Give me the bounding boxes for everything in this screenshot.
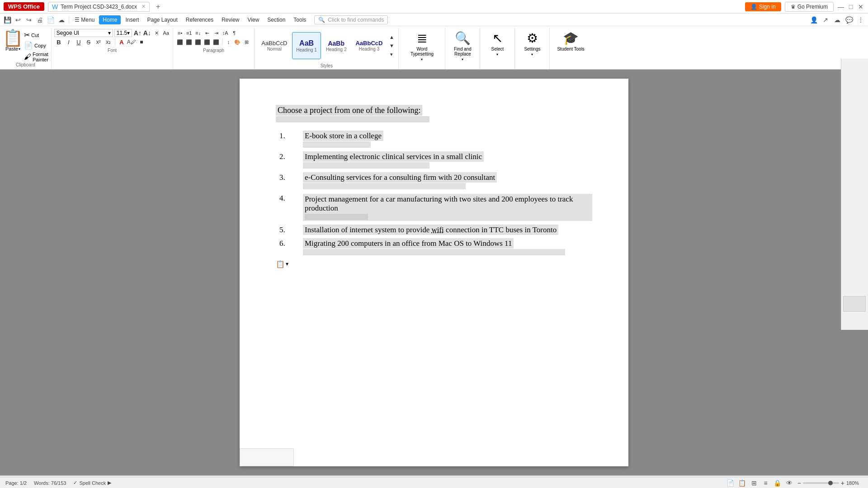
border-paragr-button[interactable]: ⊞ [242, 38, 250, 46]
clear-format-button[interactable]: ✕ [152, 29, 160, 37]
document-tab[interactable]: W Term Project CSD-3423_6.docx ✕ [48, 2, 150, 12]
print-button[interactable]: 🖨 [35, 15, 44, 24]
superscript-button[interactable]: x² [94, 38, 103, 46]
word-typesetting-button[interactable]: ≣ Word Typesetting ▾ [402, 29, 441, 63]
zoom-slider[interactable] [803, 482, 839, 484]
underline-button[interactable]: U [74, 38, 83, 46]
find-replace-button[interactable]: 🔍 Find andReplace ▾ [449, 29, 476, 63]
layout-btn-5[interactable]: 🔒 [773, 479, 782, 488]
styles-scroll-up[interactable]: ▲ [387, 33, 396, 41]
decrease-indent-button[interactable]: ⇤ [203, 29, 211, 37]
pdf-button[interactable]: 📄 [46, 15, 55, 24]
italic-button[interactable]: I [64, 38, 73, 46]
align-left-button[interactable]: ⬛ [176, 38, 184, 46]
close-button[interactable]: ✕ [857, 3, 864, 10]
minimize-button[interactable]: — [837, 3, 844, 10]
format-painter-button[interactable]: 🖌 FormatPainter [24, 52, 48, 62]
right-scroll-area [841, 70, 868, 330]
cut-button[interactable]: ✂ Cut [24, 31, 48, 39]
sort-button[interactable]: ↕A [221, 29, 229, 37]
copy-button[interactable]: 📄 Copy [24, 41, 48, 50]
tab-view[interactable]: View [244, 15, 263, 24]
spell-check-status[interactable]: ✓ Spell Check ▶ [73, 480, 111, 486]
change-case-button[interactable]: Aa [162, 29, 170, 37]
comment-button[interactable]: 💬 [844, 15, 854, 24]
go-premium-button[interactable]: ♛ Go Premium [785, 2, 834, 12]
document-content[interactable]: Choose a project from one of the followi… [276, 106, 592, 268]
select-label: Select [491, 47, 504, 52]
tab-references[interactable]: References [182, 15, 217, 24]
border-button[interactable]: ■ [137, 38, 146, 46]
style-heading1[interactable]: AaB Heading 1 [292, 32, 321, 59]
show-hide-button[interactable]: ¶ [230, 29, 238, 37]
font-size-selector[interactable]: 11.5 ▾ [114, 29, 132, 37]
list-item[interactable]: 3. e-Consulting services for a consultin… [276, 173, 592, 189]
styles-scroll-down[interactable]: ▼ [387, 42, 396, 50]
tab-tools[interactable]: Tools [290, 15, 310, 24]
multilevel-list-button[interactable]: ≡↓ [194, 29, 202, 37]
zoom-thumb[interactable] [828, 481, 833, 485]
decrease-font-button[interactable]: A↓ [143, 29, 151, 37]
styles-more[interactable]: ▾ [387, 50, 396, 58]
undo-button[interactable]: ↩ [14, 15, 23, 24]
numbered-list-button[interactable]: ≡1 [185, 29, 193, 37]
menu-button[interactable]: ☰ Menu [71, 15, 98, 24]
strikethrough-button[interactable]: S [84, 38, 93, 46]
style-heading3[interactable]: AaBbCcD Heading 3 [351, 32, 387, 59]
align-right-button[interactable]: ⬛ [194, 38, 202, 46]
line-spacing-button[interactable]: ↕ [224, 38, 232, 46]
settings-button[interactable]: ⚙ Settings ▾ [519, 29, 546, 58]
zoom-out-button[interactable]: − [797, 479, 801, 487]
redo-button[interactable]: ↪ [24, 15, 33, 24]
focus-mode[interactable]: 👁 [785, 479, 794, 488]
list-num-6: 6. [276, 239, 303, 248]
increase-font-button[interactable]: A↑ [133, 29, 142, 37]
style-normal[interactable]: AaBbCcD Normal [257, 32, 291, 59]
add-tab-button[interactable]: + [153, 3, 163, 11]
layout-btn-1[interactable]: 📄 [726, 479, 735, 488]
tab-home[interactable]: Home [99, 15, 121, 24]
settings-label: Settings [524, 47, 540, 52]
cloud-button[interactable]: ☁ [57, 15, 66, 24]
select-button[interactable]: ↖ Select ▾ [484, 29, 511, 58]
profile-icon[interactable]: 👤 [809, 15, 818, 24]
list-item[interactable]: 5. Installation of internet system to pr… [276, 225, 592, 235]
distribute-button[interactable]: ⬛ [212, 38, 220, 46]
student-tools-button[interactable]: 🎓 Student Tools [553, 29, 588, 53]
tab-section[interactable]: Section [264, 15, 289, 24]
font-color-button[interactable]: A [117, 38, 126, 46]
subscript-button[interactable]: x₂ [104, 38, 113, 46]
highlight-button[interactable]: A🖊 [127, 38, 136, 46]
document-title[interactable]: Choose a project from one of the followi… [276, 105, 422, 116]
font-name-selector[interactable]: Segoe UI ▾ [54, 29, 113, 37]
bullet-list-button[interactable]: ≡• [176, 29, 184, 37]
list-item[interactable]: 2. Implementing electronic clinical serv… [276, 152, 592, 169]
list-item[interactable]: 4. Project management for a car manufact… [276, 194, 592, 221]
style-heading2[interactable]: AaBb Heading 2 [322, 32, 351, 59]
list-item[interactable]: 6. Migrating 200 computers in an office … [276, 239, 592, 255]
list-item[interactable]: 1. E-book store in a college [276, 131, 592, 148]
save-button[interactable]: 💾 [3, 15, 12, 24]
command-search[interactable]: 🔍 Click to find commands [314, 15, 388, 24]
tab-insert[interactable]: Insert [122, 15, 142, 24]
justify-button[interactable]: ⬛ [203, 38, 211, 46]
more-button[interactable]: ⋮ [856, 15, 865, 24]
layout-btn-4[interactable]: ≡ [761, 479, 770, 488]
increase-indent-button[interactable]: ⇥ [212, 29, 220, 37]
bold-button[interactable]: B [54, 38, 63, 46]
paste-button[interactable]: 📋 Paste ▾ [3, 30, 23, 52]
shading-button[interactable]: 🎨 [233, 38, 241, 46]
tab-review[interactable]: Review [218, 15, 243, 24]
layout-btn-2[interactable]: 📋 [738, 479, 747, 488]
share-button[interactable]: ↗ [821, 15, 830, 24]
sign-in-button[interactable]: 👤 Sign in [745, 2, 781, 11]
maximize-button[interactable]: □ [847, 3, 854, 10]
paste-smart-tag[interactable]: 📋 ▾ [276, 260, 592, 268]
close-tab-button[interactable]: ✕ [142, 4, 146, 9]
align-center-button[interactable]: ⬛ [185, 38, 193, 46]
layout-btn-3[interactable]: ⊞ [750, 479, 759, 488]
zoom-in-button[interactable]: + [841, 479, 844, 487]
find-icon: 🔍 [455, 31, 471, 46]
cloud-sync-button[interactable]: ☁ [833, 15, 842, 24]
tab-page-layout[interactable]: Page Layout [143, 15, 181, 24]
